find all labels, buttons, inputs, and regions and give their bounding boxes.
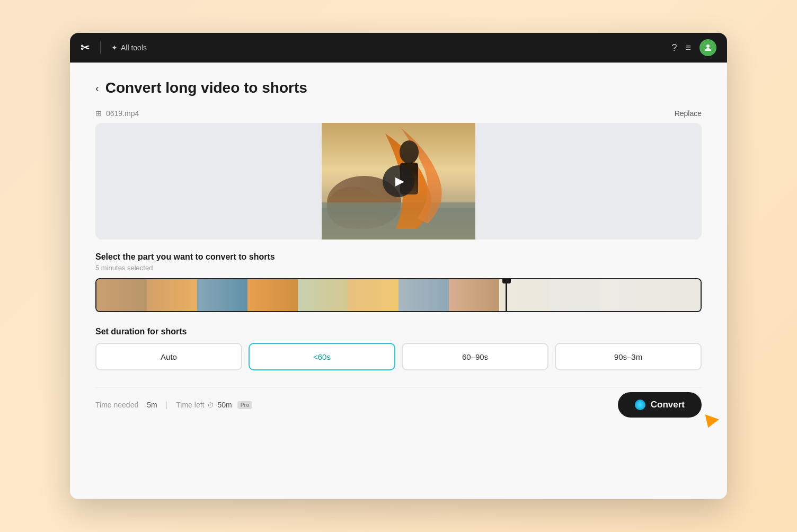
titlebar-divider [100,41,101,54]
time-needed-value: 5m [147,401,157,409]
clock-icon: ⏱ [207,401,214,409]
timeline-frame [398,279,449,311]
time-left-value: 50m [217,401,232,409]
timeline-frame [298,279,348,311]
page-header: ‹ Convert long video to shorts [95,79,702,96]
cursor-arrow-icon [701,414,719,430]
video-preview: ▶ [95,123,702,240]
all-tools-label: All tools [121,43,147,52]
timeline-frame [600,279,650,311]
timeline-frame [650,279,701,311]
titlebar-left: ✂ ✦ All tools [81,41,147,54]
time-left-group: Time left ⏱ 50m Pro [176,401,252,409]
duration-90s-3m-button[interactable]: 90s–3m [555,343,702,370]
menu-icon[interactable]: ≡ [685,42,691,54]
app-window: ✂ ✦ All tools ? ≡ ‹ Convert long video t… [70,33,727,499]
avatar[interactable] [699,39,716,56]
pro-badge: Pro [237,401,253,409]
svg-point-0 [706,45,710,48]
convert-button[interactable]: Convert [618,392,702,418]
film-icon: ⊞ [95,109,102,118]
duration-60s-button[interactable]: <60s [249,343,395,370]
timeline-frame [550,279,600,311]
timeline-frame [147,279,197,311]
timeline-handle[interactable] [506,278,507,312]
timeline-sub-label: 5 minutes selected [95,264,702,272]
timeline-frame [247,279,298,311]
magic-icon: ✦ [111,43,118,52]
play-icon: ▶ [395,174,404,188]
timeline-label: Select the part you want to convert to s… [95,252,702,262]
duration-buttons: Auto <60s 60–90s 90s–3m [95,343,702,370]
file-info: ⊞ 0619.mp4 Replace [95,109,702,118]
timeline-container[interactable] [95,278,702,312]
duration-auto-button[interactable]: Auto [95,343,242,370]
back-button[interactable]: ‹ [95,83,99,93]
main-content: ‹ Convert long video to shorts ⊞ 0619.mp… [70,63,727,499]
page-title: Convert long video to shorts [105,79,307,96]
replace-button[interactable]: Replace [675,109,702,118]
timeline-strip [96,279,701,311]
timeline-frame [348,279,398,311]
titlebar: ✂ ✦ All tools ? ≡ [70,33,727,63]
file-name-group: ⊞ 0619.mp4 [95,109,139,118]
help-icon[interactable]: ? [671,42,677,54]
file-name-text: 0619.mp4 [106,109,139,118]
footer-bar: Time needed 5m | Time left ⏱ 50m Pro Con… [95,387,702,418]
duration-section: Set duration for shorts Auto <60s 60–90s… [95,327,702,370]
duration-label: Set duration for shorts [95,327,702,336]
all-tools-button[interactable]: ✦ All tools [111,43,147,52]
time-info: Time needed 5m | Time left ⏱ 50m Pro [95,401,252,409]
timeline-section: Select the part you want to convert to s… [95,252,702,327]
play-button[interactable]: ▶ [383,165,414,197]
duration-60-90s-button[interactable]: 60–90s [402,343,548,370]
time-needed-label: Time needed [95,401,138,409]
timeline-frame [96,279,147,311]
convert-dot-icon [635,400,645,410]
app-logo[interactable]: ✂ [81,41,90,54]
time-left-label: Time left [176,401,204,409]
timeline-frame [197,279,247,311]
time-divider: | [166,401,168,409]
timeline-frame [449,279,499,311]
convert-label: Convert [651,400,685,410]
titlebar-right: ? ≡ [671,39,716,56]
